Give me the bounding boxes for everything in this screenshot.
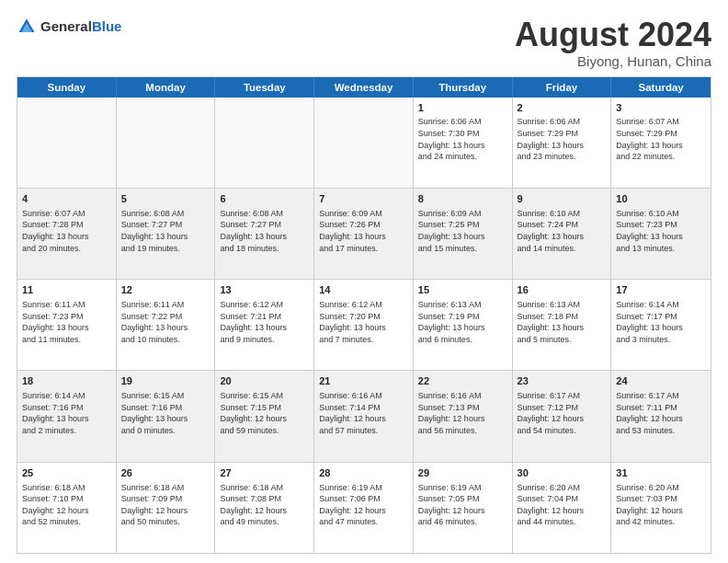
day-info: Sunrise: 6:17 AM Sunset: 7:11 PM Dayligh… <box>616 390 706 436</box>
week-row-1: 1Sunrise: 6:06 AM Sunset: 7:30 PM Daylig… <box>17 98 711 188</box>
table-row: 26Sunrise: 6:18 AM Sunset: 7:09 PM Dayli… <box>117 463 216 553</box>
day-number: 26 <box>121 466 210 480</box>
day-info: Sunrise: 6:09 AM Sunset: 7:25 PM Dayligh… <box>418 208 507 254</box>
day-info: Sunrise: 6:14 AM Sunset: 7:17 PM Dayligh… <box>616 299 706 345</box>
table-row: 2Sunrise: 6:06 AM Sunset: 7:29 PM Daylig… <box>513 98 612 188</box>
table-row: 3Sunrise: 6:07 AM Sunset: 7:29 PM Daylig… <box>611 98 711 188</box>
header-day-tuesday: Tuesday <box>215 77 314 98</box>
day-number: 10 <box>616 192 706 206</box>
header-day-wednesday: Wednesday <box>314 77 414 98</box>
table-row: 10Sunrise: 6:10 AM Sunset: 7:23 PM Dayli… <box>611 189 711 279</box>
day-number: 2 <box>518 101 607 115</box>
header-day-sunday: Sunday <box>17 77 117 98</box>
table-row: 16Sunrise: 6:13 AM Sunset: 7:18 PM Dayli… <box>513 280 612 370</box>
day-info: Sunrise: 6:15 AM Sunset: 7:15 PM Dayligh… <box>220 390 309 436</box>
day-number: 21 <box>319 374 408 388</box>
table-row: 6Sunrise: 6:08 AM Sunset: 7:27 PM Daylig… <box>215 189 314 279</box>
table-row: 1Sunrise: 6:06 AM Sunset: 7:30 PM Daylig… <box>414 98 513 188</box>
week-row-2: 4Sunrise: 6:07 AM Sunset: 7:28 PM Daylig… <box>17 188 711 279</box>
day-number: 29 <box>418 466 507 480</box>
header-day-monday: Monday <box>117 77 216 98</box>
day-number: 14 <box>319 283 408 297</box>
table-row: 9Sunrise: 6:10 AM Sunset: 7:24 PM Daylig… <box>513 189 612 279</box>
day-number: 4 <box>22 192 111 206</box>
day-info: Sunrise: 6:10 AM Sunset: 7:24 PM Dayligh… <box>518 208 607 254</box>
day-info: Sunrise: 6:19 AM Sunset: 7:05 PM Dayligh… <box>418 482 507 528</box>
table-row: 20Sunrise: 6:15 AM Sunset: 7:15 PM Dayli… <box>215 371 314 461</box>
day-info: Sunrise: 6:11 AM Sunset: 7:23 PM Dayligh… <box>22 299 111 345</box>
day-info: Sunrise: 6:14 AM Sunset: 7:16 PM Dayligh… <box>22 390 111 436</box>
day-info: Sunrise: 6:12 AM Sunset: 7:21 PM Dayligh… <box>220 299 309 345</box>
table-row: 5Sunrise: 6:08 AM Sunset: 7:27 PM Daylig… <box>117 189 216 279</box>
day-info: Sunrise: 6:12 AM Sunset: 7:20 PM Dayligh… <box>319 299 408 345</box>
day-info: Sunrise: 6:09 AM Sunset: 7:26 PM Dayligh… <box>319 208 408 254</box>
day-info: Sunrise: 6:16 AM Sunset: 7:14 PM Dayligh… <box>319 390 408 436</box>
day-number: 31 <box>616 466 706 480</box>
table-row: 31Sunrise: 6:20 AM Sunset: 7:03 PM Dayli… <box>611 463 711 553</box>
day-number: 13 <box>220 283 309 297</box>
day-info: Sunrise: 6:11 AM Sunset: 7:22 PM Dayligh… <box>121 299 210 345</box>
day-info: Sunrise: 6:13 AM Sunset: 7:18 PM Dayligh… <box>518 299 607 345</box>
table-row: 18Sunrise: 6:14 AM Sunset: 7:16 PM Dayli… <box>17 371 117 461</box>
table-row: 21Sunrise: 6:16 AM Sunset: 7:14 PM Dayli… <box>314 371 414 461</box>
day-number: 12 <box>121 283 210 297</box>
day-info: Sunrise: 6:07 AM Sunset: 7:28 PM Dayligh… <box>22 208 111 254</box>
day-number: 22 <box>418 374 507 388</box>
day-number: 6 <box>220 192 309 206</box>
logo-text: GeneralBlue <box>40 18 121 35</box>
day-number: 3 <box>616 101 706 115</box>
day-info: Sunrise: 6:15 AM Sunset: 7:16 PM Dayligh… <box>121 390 210 436</box>
day-info: Sunrise: 6:08 AM Sunset: 7:27 PM Dayligh… <box>121 208 210 254</box>
table-row: 13Sunrise: 6:12 AM Sunset: 7:21 PM Dayli… <box>215 280 314 370</box>
day-info: Sunrise: 6:06 AM Sunset: 7:30 PM Dayligh… <box>418 116 507 162</box>
table-row: 30Sunrise: 6:20 AM Sunset: 7:04 PM Dayli… <box>513 463 612 553</box>
day-number: 23 <box>518 374 607 388</box>
day-info: Sunrise: 6:10 AM Sunset: 7:23 PM Dayligh… <box>616 208 706 254</box>
table-row: 28Sunrise: 6:19 AM Sunset: 7:06 PM Dayli… <box>314 463 414 553</box>
table-row <box>117 98 216 188</box>
table-row: 27Sunrise: 6:18 AM Sunset: 7:08 PM Dayli… <box>215 463 314 553</box>
table-row: 11Sunrise: 6:11 AM Sunset: 7:23 PM Dayli… <box>17 280 117 370</box>
table-row: 7Sunrise: 6:09 AM Sunset: 7:26 PM Daylig… <box>314 189 414 279</box>
day-number: 11 <box>22 283 111 297</box>
day-number: 24 <box>616 374 706 388</box>
table-row: 22Sunrise: 6:16 AM Sunset: 7:13 PM Dayli… <box>414 371 513 461</box>
table-row: 12Sunrise: 6:11 AM Sunset: 7:22 PM Dayli… <box>117 280 216 370</box>
table-row: 4Sunrise: 6:07 AM Sunset: 7:28 PM Daylig… <box>17 189 117 279</box>
day-number: 27 <box>220 466 309 480</box>
logo-general: General <box>40 18 92 34</box>
day-info: Sunrise: 6:13 AM Sunset: 7:19 PM Dayligh… <box>418 299 507 345</box>
header-day-thursday: Thursday <box>414 77 513 98</box>
logo: GeneralBlue <box>17 17 121 37</box>
title-block: August 2024 Biyong, Hunan, China <box>515 17 711 69</box>
week-row-3: 11Sunrise: 6:11 AM Sunset: 7:23 PM Dayli… <box>17 279 711 370</box>
day-info: Sunrise: 6:18 AM Sunset: 7:10 PM Dayligh… <box>22 482 111 528</box>
day-info: Sunrise: 6:18 AM Sunset: 7:09 PM Dayligh… <box>121 482 210 528</box>
logo-blue: Blue <box>92 18 122 34</box>
day-number: 1 <box>418 101 507 115</box>
day-info: Sunrise: 6:18 AM Sunset: 7:08 PM Dayligh… <box>220 482 309 528</box>
day-number: 25 <box>22 466 111 480</box>
table-row <box>314 98 414 188</box>
table-row <box>17 98 117 188</box>
day-number: 7 <box>319 192 408 206</box>
title-month: August 2024 <box>515 17 711 53</box>
day-number: 17 <box>616 283 706 297</box>
day-number: 8 <box>418 192 507 206</box>
table-row: 17Sunrise: 6:14 AM Sunset: 7:17 PM Dayli… <box>611 280 711 370</box>
logo-icon <box>17 17 37 37</box>
day-info: Sunrise: 6:19 AM Sunset: 7:06 PM Dayligh… <box>319 482 408 528</box>
table-row: 25Sunrise: 6:18 AM Sunset: 7:10 PM Dayli… <box>17 463 117 553</box>
table-row: 14Sunrise: 6:12 AM Sunset: 7:20 PM Dayli… <box>314 280 414 370</box>
table-row <box>215 98 314 188</box>
week-row-5: 25Sunrise: 6:18 AM Sunset: 7:10 PM Dayli… <box>17 462 711 553</box>
page: GeneralBlue August 2024 Biyong, Hunan, C… <box>0 0 728 563</box>
week-row-4: 18Sunrise: 6:14 AM Sunset: 7:16 PM Dayli… <box>17 370 711 461</box>
table-row: 23Sunrise: 6:17 AM Sunset: 7:12 PM Dayli… <box>513 371 612 461</box>
day-info: Sunrise: 6:20 AM Sunset: 7:03 PM Dayligh… <box>616 482 706 528</box>
day-number: 9 <box>518 192 607 206</box>
day-number: 19 <box>121 374 210 388</box>
day-number: 15 <box>418 283 507 297</box>
day-info: Sunrise: 6:08 AM Sunset: 7:27 PM Dayligh… <box>220 208 309 254</box>
header-day-saturday: Saturday <box>611 77 711 98</box>
